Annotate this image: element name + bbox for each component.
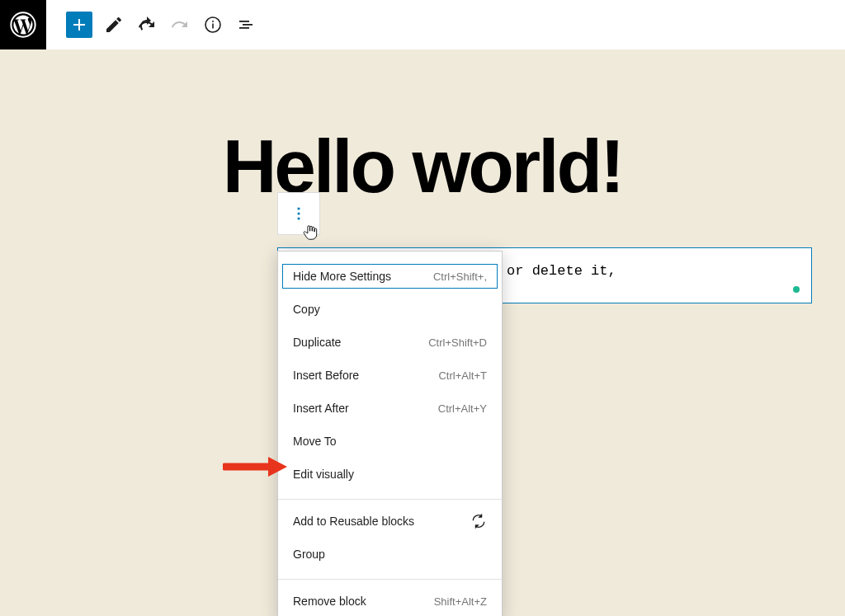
undo-button[interactable] (130, 8, 163, 41)
menu-item-shortcut: Ctrl+Shift+, (433, 270, 487, 283)
menu-item-label: Edit visually (293, 468, 354, 481)
block-more-options-button[interactable] (277, 192, 320, 235)
tools-button[interactable] (97, 8, 130, 41)
outline-button[interactable] (229, 8, 262, 41)
menu-item-hide-more-settings[interactable]: Hide More SettingsCtrl+Shift+, (278, 260, 502, 293)
plus-icon (69, 15, 89, 35)
menu-item-label: Insert Before (293, 369, 359, 382)
info-icon (203, 15, 223, 35)
editor-canvas[interactable]: Hello world! is your first post. Edit or… (0, 49, 845, 616)
menu-item-group[interactable]: Group (278, 538, 502, 571)
menu-item-label: Hide More Settings (293, 270, 391, 283)
svg-point-9 (297, 217, 300, 219)
info-button[interactable] (196, 8, 229, 41)
menu-item-label: Insert After (293, 402, 349, 415)
menu-section-3: Remove blockShift+Alt+Z (278, 579, 502, 616)
svg-rect-2 (212, 24, 214, 29)
menu-item-insert-before[interactable]: Insert BeforeCtrl+Alt+T (278, 359, 502, 392)
block-options-menu: Hide More SettingsCtrl+Shift+,CopyDuplic… (277, 251, 503, 616)
wordpress-logo[interactable] (0, 0, 46, 49)
editor-root: Hello world! is your first post. Edit or… (0, 0, 845, 616)
menu-item-copy[interactable]: Copy (278, 293, 502, 326)
svg-rect-4 (239, 21, 249, 22)
menu-item-label: Group (293, 548, 325, 561)
menu-section-1: Hide More SettingsCtrl+Shift+,CopyDuplic… (278, 256, 502, 494)
svg-rect-5 (243, 24, 253, 26)
menu-item-edit-visually[interactable]: Edit visually (278, 458, 502, 491)
svg-rect-3 (212, 21, 214, 22)
menu-item-shortcut: Shift+Alt+Z (434, 595, 487, 608)
status-dot (793, 286, 800, 293)
post-title[interactable]: Hello world! (0, 124, 845, 209)
menu-item-move-to[interactable]: Move To (278, 425, 502, 458)
menu-item-remove-block[interactable]: Remove blockShift+Alt+Z (278, 585, 502, 616)
menu-item-label: Remove block (293, 595, 366, 608)
wordpress-icon (10, 12, 36, 38)
undo-icon-fallback (137, 15, 157, 35)
svg-rect-6 (239, 27, 249, 29)
menu-item-label: Move To (293, 435, 337, 448)
menu-item-label: Copy (293, 303, 320, 316)
outline-icon (236, 15, 256, 35)
menu-item-shortcut: Ctrl+Alt+Y (438, 402, 487, 415)
redo-button[interactable] (163, 8, 196, 41)
refresh-icon (470, 513, 487, 529)
menu-item-shortcut: Ctrl+Shift+D (428, 336, 487, 349)
menu-section-2: Add to Reusable blocksGroup (278, 499, 502, 574)
pencil-icon (104, 15, 124, 35)
top-toolbar (0, 0, 845, 49)
redo-icon (170, 15, 190, 35)
menu-item-duplicate[interactable]: DuplicateCtrl+Shift+D (278, 326, 502, 359)
menu-item-label: Add to Reusable blocks (293, 515, 414, 528)
tool-group (46, 8, 262, 41)
menu-item-insert-after[interactable]: Insert AfterCtrl+Alt+Y (278, 392, 502, 425)
menu-item-label: Duplicate (293, 336, 341, 349)
menu-item-shortcut: Ctrl+Alt+T (438, 369, 487, 382)
svg-point-7 (297, 207, 300, 209)
svg-point-8 (297, 212, 300, 214)
dots-vertical-icon (289, 204, 309, 223)
menu-item-add-to-reusable-blocks[interactable]: Add to Reusable blocks (278, 505, 502, 538)
add-block-button[interactable] (66, 12, 92, 38)
